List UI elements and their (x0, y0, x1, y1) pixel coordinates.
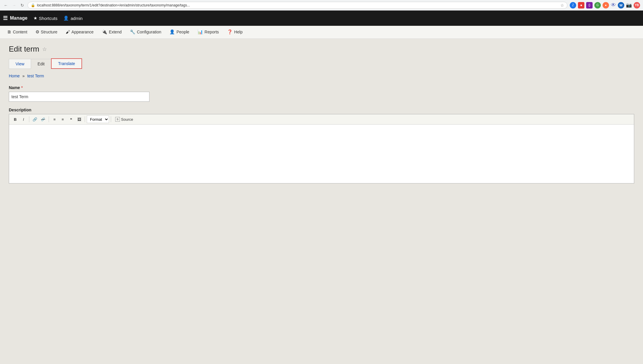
configuration-icon: 🔧 (130, 29, 135, 35)
rte-body[interactable] (9, 125, 634, 183)
reports-icon: 📊 (198, 29, 203, 35)
browser-actions: Z ■ {} G ● 👁 W 📷 YB (570, 2, 640, 8)
admin-toolbar: ☰ Manage ★ Shortcuts 👤 admin (0, 11, 643, 26)
appearance-icon: 🖌 (66, 29, 70, 34)
rte-unordered-list-button[interactable]: ≡ (51, 115, 58, 123)
source-icon: S (115, 117, 120, 122)
rte-separator-4 (111, 116, 111, 122)
ext-icon-2[interactable]: {} (586, 2, 593, 8)
tabs-row: View Edit Translate (9, 58, 634, 69)
nav-item-reports[interactable]: 📊 Reports (193, 26, 223, 39)
rte-unlink-button[interactable]: 🔗 (39, 115, 47, 123)
breadcrumb-separator: » (22, 74, 25, 78)
rich-text-editor: B I 🔗 🔗 ≡ ≡ ❝ 🖼 Format S (9, 114, 634, 183)
breadcrumb-home[interactable]: Home (9, 74, 20, 78)
nav-item-content[interactable]: 🗎 Content (3, 26, 31, 39)
nav-label-content: Content (13, 30, 27, 34)
tab-edit[interactable]: Edit (31, 59, 51, 69)
shortcuts-label: Shortcuts (39, 16, 57, 21)
nav-item-help[interactable]: ❓ Help (223, 26, 247, 39)
ext-icon-1[interactable]: ■ (578, 2, 584, 8)
structure-icon: ⚙ (35, 29, 39, 35)
page-title-row: Edit term ☆ (9, 45, 634, 54)
reload-button[interactable]: ↻ (19, 2, 25, 8)
shortcuts-menu[interactable]: ★ Shortcuts (33, 16, 57, 21)
camera-icon[interactable]: 📷 (626, 2, 632, 8)
required-indicator: * (21, 85, 23, 90)
nav-label-appearance: Appearance (72, 30, 94, 34)
nav-item-people[interactable]: 👤 People (165, 26, 193, 39)
description-field-group: Description B I 🔗 🔗 ≡ ≡ ❝ 🖼 Format (9, 108, 634, 183)
star-icon: ★ (33, 16, 37, 21)
forward-button[interactable]: → (11, 2, 17, 8)
nav-item-configuration[interactable]: 🔧 Configuration (126, 26, 165, 39)
nav-label-help: Help (234, 30, 243, 34)
rte-source-button[interactable]: S Source (113, 116, 135, 122)
manage-label: Manage (10, 16, 28, 21)
content-icon: 🗎 (7, 29, 11, 34)
w-icon[interactable]: W (618, 2, 624, 8)
url-text: localhost:8888/en/taxonomy/term/1/edit?d… (37, 3, 559, 7)
breadcrumb: Home » test Term (9, 74, 634, 78)
description-label: Description (9, 108, 634, 112)
rte-separator-3 (85, 116, 85, 122)
user-icon: 👤 (63, 16, 69, 21)
eye-icon[interactable]: 👁 (611, 2, 616, 8)
nav-label-extend: Extend (109, 30, 122, 34)
rte-italic-button[interactable]: I (20, 115, 27, 123)
people-icon: 👤 (169, 29, 175, 35)
nav-label-configuration: Configuration (137, 30, 161, 34)
tab-view[interactable]: View (9, 59, 31, 69)
rte-bold-button[interactable]: B (11, 115, 19, 123)
user-avatar-icon[interactable]: YB (634, 2, 640, 8)
address-bar[interactable]: 🔒 localhost:8888/en/taxonomy/term/1/edit… (28, 2, 567, 9)
nav-label-reports: Reports (205, 30, 219, 34)
source-label: Source (121, 117, 133, 122)
nav-item-appearance[interactable]: 🖌 Appearance (62, 26, 98, 39)
ext-icon-3[interactable]: G (594, 2, 601, 8)
nav-label-people: People (176, 30, 189, 34)
rte-toolbar: B I 🔗 🔗 ≡ ≡ ❝ 🖼 Format S (9, 114, 634, 125)
help-icon: ❓ (227, 29, 233, 35)
extend-icon: 🔌 (102, 29, 107, 35)
hamburger-icon: ☰ (3, 15, 8, 21)
lock-icon: 🔒 (31, 3, 35, 7)
tab-translate[interactable]: Translate (51, 58, 82, 69)
form-section: Name * Description B I 🔗 🔗 ≡ ≡ ❝ (9, 85, 634, 183)
ext-icon-4[interactable]: ● (603, 2, 609, 8)
page-content: Edit term ☆ View Edit Translate Home » t… (0, 39, 643, 364)
page-title: Edit term (9, 45, 39, 54)
favorite-star-icon[interactable]: ☆ (42, 46, 47, 52)
rte-separator-1 (29, 116, 29, 122)
rte-format-select[interactable]: Format (87, 115, 109, 123)
back-button[interactable]: ← (3, 2, 9, 8)
name-input[interactable] (9, 92, 149, 102)
name-field-group: Name * (9, 85, 634, 102)
nav-item-extend[interactable]: 🔌 Extend (98, 26, 126, 39)
nav-label-structure: Structure (41, 30, 57, 34)
nav-item-structure[interactable]: ⚙ Structure (31, 26, 62, 39)
manage-menu[interactable]: ☰ Manage (3, 15, 28, 21)
rte-separator-2 (49, 116, 49, 122)
browser-chrome: ← → ↻ 🔒 localhost:8888/en/taxonomy/term/… (0, 0, 643, 11)
name-label: Name * (9, 85, 634, 90)
main-navigation: 🗎 Content ⚙ Structure 🖌 Appearance 🔌 Ext… (0, 26, 643, 39)
rte-ordered-list-button[interactable]: ≡ (59, 115, 67, 123)
breadcrumb-current[interactable]: test Term (27, 74, 44, 78)
zoom-icon[interactable]: Z (570, 2, 576, 8)
admin-label: admin (71, 16, 83, 21)
rte-link-button[interactable]: 🔗 (31, 115, 39, 123)
rte-image-button[interactable]: 🖼 (75, 115, 83, 123)
rte-blockquote-button[interactable]: ❝ (67, 115, 75, 123)
admin-menu[interactable]: 👤 admin (63, 16, 83, 21)
bookmark-icon[interactable]: ☆ (560, 3, 564, 8)
